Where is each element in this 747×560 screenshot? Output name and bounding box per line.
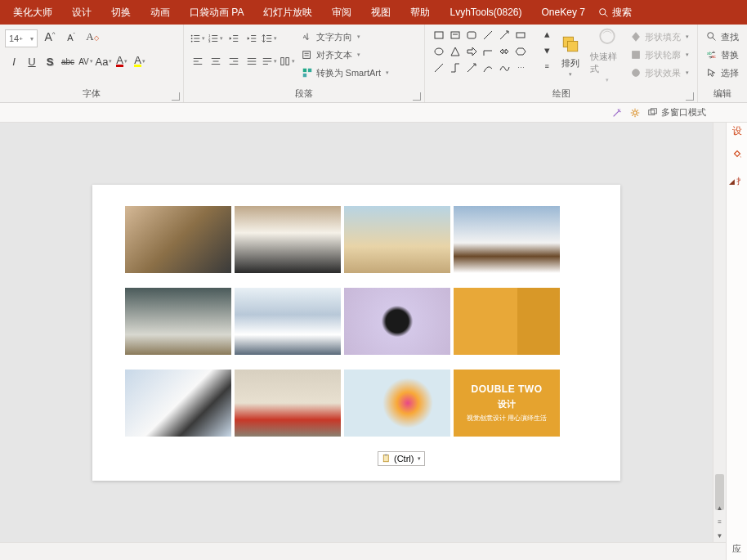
indent-increase-button[interactable] xyxy=(243,29,261,47)
text-direction-button[interactable]: A文字方向▾ xyxy=(298,28,392,46)
shadow-button[interactable]: S xyxy=(41,52,59,70)
menu-item-slideshow[interactable]: 幻灯片放映 xyxy=(253,0,322,25)
clear-format-button[interactable]: A◇ xyxy=(83,28,101,46)
connector-shape[interactable] xyxy=(432,60,446,75)
arrow-line-shape[interactable] xyxy=(497,28,512,43)
image-tile[interactable] xyxy=(235,206,341,273)
font-color-button[interactable]: A▾ xyxy=(113,52,131,70)
prev-slide-button[interactable]: ▲ xyxy=(713,501,726,514)
menu-item-lvyh[interactable]: LvyhTools(0826) xyxy=(440,0,531,25)
svg-point-61 xyxy=(708,33,713,38)
svg-line-51 xyxy=(484,31,492,39)
replace-button[interactable]: abac替换 xyxy=(703,46,742,64)
magic-button[interactable] xyxy=(611,107,623,119)
elbow-shape[interactable] xyxy=(481,44,495,59)
menu-item-view[interactable]: 视图 xyxy=(361,0,400,25)
font-size-combo[interactable]: 14 + ▾ xyxy=(5,29,38,47)
task-pane-footer[interactable]: 应 xyxy=(732,543,741,560)
bucket-icon[interactable] xyxy=(730,146,745,161)
image-tile[interactable] xyxy=(454,206,560,273)
multiwindow-button[interactable]: 多窗口模式 xyxy=(647,106,706,119)
find-button[interactable]: 查找 xyxy=(703,28,742,46)
menu-search-label: 搜索 xyxy=(612,6,632,20)
align-center-button[interactable] xyxy=(207,52,225,70)
rectangle-shape[interactable] xyxy=(513,28,528,43)
menu-item-pocket[interactable]: 口袋动画 PA xyxy=(180,0,253,25)
triangle-shape[interactable] xyxy=(448,44,463,59)
shape-fill-button[interactable]: 形状填充▾ xyxy=(627,28,692,46)
image-tile[interactable] xyxy=(344,288,450,355)
dialog-launcher-icon[interactable] xyxy=(172,92,180,101)
vertical-scrollbar[interactable]: ▲ ≡ ▼ xyxy=(713,123,726,542)
numbering-button[interactable]: 123▾ xyxy=(207,29,225,47)
strike-button[interactable]: abc xyxy=(59,52,77,70)
bullets-button[interactable]: ▾ xyxy=(189,29,207,47)
shrink-font-button[interactable]: Aˇ xyxy=(62,28,80,46)
menu-item-beautify[interactable]: 美化大师 xyxy=(3,0,62,25)
wand-icon xyxy=(611,107,623,119)
double-arrow-shape[interactable] xyxy=(497,44,512,59)
menu-item-help[interactable]: 帮助 xyxy=(400,0,440,25)
select-button[interactable]: 选择 xyxy=(703,64,742,82)
menu-item-transition[interactable]: 切换 xyxy=(101,0,141,25)
highlight-button[interactable]: A▾ xyxy=(131,52,149,70)
image-tile[interactable] xyxy=(125,206,231,273)
menu-item-design[interactable]: 设计 xyxy=(62,0,101,25)
char-spacing-button[interactable]: AV▾ xyxy=(77,52,95,70)
image-tile[interactable] xyxy=(235,288,341,355)
indent-decrease-button[interactable] xyxy=(225,29,243,47)
image-tile[interactable] xyxy=(344,206,450,273)
paste-options-button[interactable]: (Ctrl) ▾ xyxy=(378,451,425,466)
image-tile[interactable] xyxy=(235,370,341,437)
change-case-button[interactable]: Aa▾ xyxy=(95,52,113,70)
freeform-shape[interactable] xyxy=(497,60,512,75)
dialog-launcher-icon[interactable] xyxy=(686,92,694,101)
collapse-icon[interactable]: ◢ 扌 xyxy=(729,176,745,187)
slide-nav-button[interactable]: ≡ xyxy=(713,515,726,528)
menu-item-onekey[interactable]: OneKey 7 xyxy=(532,0,595,25)
convert-smartart-button[interactable]: 转换为 SmartArt▾ xyxy=(298,64,392,82)
grow-font-button[interactable]: A^ xyxy=(41,28,59,46)
distribute-button[interactable]: ▾ xyxy=(261,52,279,70)
next-slide-button[interactable]: ▼ xyxy=(713,529,726,542)
line-shape[interactable] xyxy=(481,28,495,43)
menu-item-animation[interactable]: 动画 xyxy=(141,0,180,25)
oval-shape[interactable] xyxy=(432,44,446,59)
connector2-shape[interactable] xyxy=(448,60,463,75)
menu-search[interactable]: 搜索 xyxy=(598,6,632,20)
slide-canvas[interactable]: DOUBLE TWO 设计 视觉创意设计 用心演绎生活 (Ctrl) ▾ xyxy=(0,123,713,542)
image-tile[interactable] xyxy=(454,288,560,355)
connector3-shape[interactable] xyxy=(464,60,479,75)
underline-button[interactable]: U xyxy=(23,52,41,70)
quick-styles-button[interactable]: 快速样式▾ xyxy=(590,26,625,83)
slide[interactable]: DOUBLE TWO 设计 视觉创意设计 用心演绎生活 (Ctrl) ▾ xyxy=(92,185,620,481)
align-right-button[interactable] xyxy=(225,52,243,70)
more-shapes[interactable]: ⋯ xyxy=(513,60,528,75)
arrow-shape[interactable] xyxy=(464,44,479,59)
windows-icon xyxy=(647,107,659,119)
shape-effects-button[interactable]: 形状效果▾ xyxy=(627,64,692,82)
rounded-rect-shape[interactable] xyxy=(464,28,479,43)
image-tile[interactable] xyxy=(125,288,231,355)
textbox-shape[interactable] xyxy=(448,28,463,43)
image-tile[interactable] xyxy=(125,370,231,437)
task-pane-title[interactable]: 设 xyxy=(732,124,742,138)
align-text-button[interactable]: 对齐文本▾ xyxy=(298,46,392,64)
justify-button[interactable] xyxy=(243,52,261,70)
image-tile[interactable] xyxy=(344,370,450,437)
italic-button[interactable]: I xyxy=(5,52,23,70)
shape-outline-button[interactable]: 形状轮廓▾ xyxy=(627,46,692,64)
rect-shape[interactable] xyxy=(432,28,446,43)
align-left-button[interactable] xyxy=(189,52,207,70)
columns-button[interactable]: ▾ xyxy=(279,52,297,70)
line-spacing-button[interactable]: ▾ xyxy=(261,29,279,47)
dialog-launcher-icon[interactable] xyxy=(413,92,421,101)
menu-item-review[interactable]: 审阅 xyxy=(322,0,361,25)
text-tile[interactable]: DOUBLE TWO 设计 视觉创意设计 用心演绎生活 xyxy=(454,370,560,437)
hexagon-shape[interactable] xyxy=(513,44,528,59)
arrange-button[interactable]: 排列▾ xyxy=(552,26,588,83)
settings-button[interactable] xyxy=(629,107,641,119)
curve-shape[interactable] xyxy=(481,60,495,75)
svg-point-65 xyxy=(633,110,637,114)
shapes-gallery[interactable]: ⋯ xyxy=(430,26,538,80)
